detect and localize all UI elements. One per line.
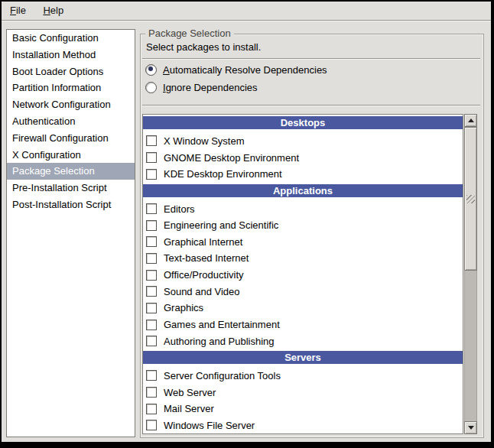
thumb-grip-icon bbox=[466, 195, 475, 203]
sidebar-item[interactable]: Pre-Installation Script bbox=[7, 180, 135, 196]
package-row[interactable]: Windows File Server bbox=[143, 417, 463, 434]
scroll-down-button[interactable] bbox=[464, 421, 477, 434]
package-row[interactable]: Graphical Internet bbox=[143, 233, 463, 250]
package-row[interactable]: Mail Server bbox=[143, 401, 463, 417]
up-arrow-icon bbox=[468, 118, 474, 122]
checkbox-icon[interactable] bbox=[146, 336, 157, 346]
sidebar-item[interactable]: X Configuration bbox=[7, 147, 135, 164]
sidebar-item[interactable]: Partition Information bbox=[7, 80, 135, 96]
package-label: X Window System bbox=[164, 135, 244, 147]
separator bbox=[142, 58, 480, 60]
package-row[interactable]: Editors bbox=[143, 200, 463, 217]
screenshot-root: File Help Basic ConfigurationInstallatio… bbox=[0, 0, 494, 448]
package-row[interactable]: Graphics bbox=[143, 300, 463, 317]
radio-ignore-dependencies[interactable]: Ignore Dependencies bbox=[145, 81, 258, 93]
package-label: Windows File Server bbox=[164, 420, 255, 431]
radio-selected-icon[interactable] bbox=[145, 64, 157, 76]
category-header: Applications bbox=[143, 184, 463, 197]
package-label: Sound and Video bbox=[164, 286, 240, 297]
checkbox-icon[interactable] bbox=[146, 370, 157, 381]
checkbox-icon[interactable] bbox=[146, 253, 157, 264]
vertical-scrollbar bbox=[464, 114, 477, 434]
checkbox-icon[interactable] bbox=[146, 303, 157, 313]
package-label: Web Server bbox=[164, 387, 216, 398]
menu-file[interactable]: File bbox=[3, 2, 33, 18]
radio-dot-icon bbox=[148, 67, 153, 71]
package-selection-frame: Package Selection Select packages to ins… bbox=[140, 34, 484, 438]
sidebar-item[interactable]: Post-Installation Script bbox=[7, 196, 135, 213]
checkbox-icon[interactable] bbox=[146, 320, 157, 330]
package-label: Games and Entertainment bbox=[164, 319, 280, 330]
checkbox-icon[interactable] bbox=[146, 236, 157, 247]
menu-help[interactable]: Help bbox=[36, 2, 70, 18]
package-row[interactable]: Office/Productivity bbox=[143, 267, 463, 284]
category-header: Desktops bbox=[143, 116, 463, 129]
scrollbar-thumb[interactable] bbox=[464, 127, 477, 271]
checkbox-icon[interactable] bbox=[146, 220, 157, 231]
package-label: Graphical Internet bbox=[164, 236, 242, 248]
package-row[interactable]: Engineering and Scientific bbox=[143, 217, 463, 234]
radio-label: Automatically Resolve Dependencies bbox=[163, 64, 327, 76]
subtitle-text: Select packages to install. bbox=[146, 41, 261, 53]
checkbox-icon[interactable] bbox=[146, 169, 157, 180]
package-row[interactable]: Server Configuration Tools bbox=[143, 368, 463, 385]
package-row[interactable]: X Window System bbox=[143, 133, 463, 150]
package-row[interactable]: GNOME Desktop Environment bbox=[143, 149, 463, 166]
package-label: Editors bbox=[164, 203, 194, 215]
radio-auto-resolve-dependencies[interactable]: Automatically Resolve Dependencies bbox=[145, 63, 327, 76]
checkbox-icon[interactable] bbox=[146, 387, 157, 398]
sidebar-item[interactable]: Authentication bbox=[7, 113, 135, 130]
package-label: Server Configuration Tools bbox=[164, 370, 281, 381]
package-label: Mail Server bbox=[164, 403, 214, 414]
package-label: Text-based Internet bbox=[164, 252, 249, 264]
menu-bar: File Help bbox=[2, 2, 491, 21]
sidebar-item[interactable]: Boot Loader Options bbox=[7, 63, 135, 80]
sidebar-item[interactable]: Basic Configuration bbox=[7, 30, 135, 47]
checkbox-icon[interactable] bbox=[146, 420, 157, 430]
package-label: Graphics bbox=[164, 302, 203, 313]
sidebar-item[interactable]: Installation Method bbox=[7, 47, 135, 63]
checkbox-icon[interactable] bbox=[146, 404, 157, 414]
category-header: Servers bbox=[143, 351, 463, 364]
package-list: DesktopsX Window SystemGNOME Desktop Env… bbox=[142, 114, 463, 434]
package-row[interactable]: Authoring and Publishing bbox=[143, 333, 463, 349]
config-section-list: Basic ConfigurationInstallation MethodBo… bbox=[6, 29, 135, 437]
package-label: GNOME Desktop Environment bbox=[164, 152, 299, 164]
app-window: File Help Basic ConfigurationInstallatio… bbox=[2, 2, 491, 442]
package-label: KDE Desktop Environment bbox=[164, 168, 282, 180]
sidebar-item[interactable]: Firewall Configuration bbox=[7, 130, 135, 147]
package-row[interactable]: Sound and Video bbox=[143, 283, 463, 300]
package-row[interactable]: KDE Desktop Environment bbox=[143, 166, 463, 183]
separator bbox=[142, 105, 480, 106]
radio-unselected-icon[interactable] bbox=[145, 82, 157, 93]
frame-title: Package Selection bbox=[145, 28, 234, 39]
package-row[interactable] bbox=[143, 433, 463, 434]
checkbox-icon[interactable] bbox=[146, 135, 157, 146]
checkbox-icon[interactable] bbox=[146, 203, 157, 214]
package-row[interactable]: Games and Entertainment bbox=[143, 317, 463, 333]
checkbox-icon[interactable] bbox=[146, 152, 157, 163]
package-label: Engineering and Scientific bbox=[164, 219, 278, 231]
package-label: Office/Productivity bbox=[164, 269, 244, 281]
package-row[interactable]: Text-based Internet bbox=[143, 250, 463, 267]
radio-label: Ignore Dependencies bbox=[163, 82, 258, 93]
sidebar-item[interactable]: Package Selection bbox=[7, 163, 135, 180]
down-arrow-icon bbox=[468, 426, 474, 430]
checkbox-icon[interactable] bbox=[146, 270, 157, 281]
package-label: Authoring and Publishing bbox=[164, 336, 275, 347]
checkbox-icon[interactable] bbox=[146, 286, 157, 297]
scroll-up-button[interactable] bbox=[464, 114, 477, 127]
package-list-container: DesktopsX Window SystemGNOME Desktop Env… bbox=[142, 114, 480, 434]
package-row[interactable]: Web Server bbox=[143, 384, 463, 401]
sidebar-item[interactable]: Network Configuration bbox=[7, 96, 135, 113]
